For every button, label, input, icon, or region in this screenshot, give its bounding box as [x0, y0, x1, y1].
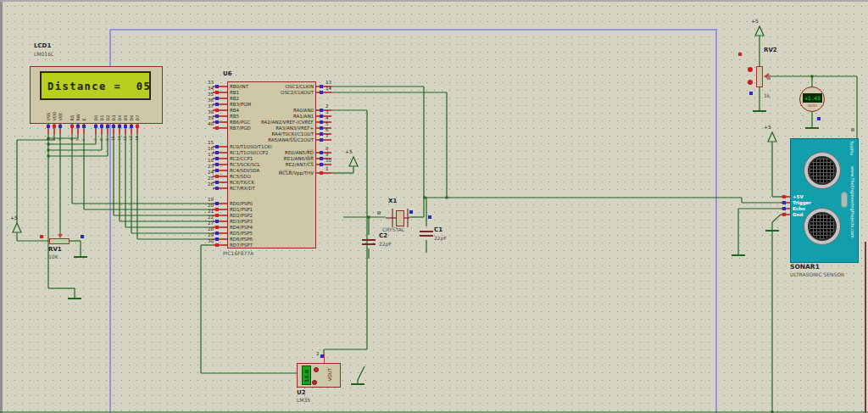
pot-wiper-icons: [58, 73, 769, 238]
mcu-left-pin-state: [215, 187, 219, 190]
mcu-left-pin-number: 16: [197, 146, 214, 151]
cap2-plate-top[interactable]: [362, 239, 376, 241]
mcu-ref-label: U6: [223, 70, 232, 77]
lcd-pin-number: 1: [46, 129, 51, 141]
mcu-right-pin-state: [320, 114, 323, 118]
mcu-left-pin-name: RC6/TX/CK: [230, 180, 310, 185]
lcd-pin-number: 9: [105, 129, 110, 141]
mcu-left-pin-name: RD6/PSP6: [230, 237, 310, 242]
cap1-plate-bottom[interactable]: [420, 235, 433, 237]
mcu-left-pin-state: [215, 109, 219, 112]
mcu-right-pin-stub: [316, 139, 331, 140]
mcu-right-pin-state: [320, 120, 323, 124]
mcu-left-pin-number: 38: [197, 109, 214, 114]
lcd-pin-state: [70, 125, 74, 128]
cap2-plate-bottom[interactable]: [362, 243, 376, 245]
mcu-left-pin-name: RD7/PSP7: [230, 243, 310, 248]
lcd-pin-name: VSS: [46, 103, 52, 121]
junction-dots: [47, 75, 814, 413]
mcu-right-pin-number: 6: [326, 127, 342, 132]
probe-dot[interactable]: [748, 80, 753, 85]
mcu-right-pin-state: [320, 109, 323, 112]
mcu-left-pin-name: RD3/PSP3: [230, 219, 310, 224]
mcu-right-pin-number: 9: [326, 152, 342, 157]
lcd-pin-number: 5: [75, 129, 81, 141]
temp-up-button[interactable]: [314, 367, 319, 372]
pot2-body[interactable]: [756, 66, 763, 87]
voltmeter-minus-label: -: [802, 112, 804, 119]
pot1-ref-label: RV1: [48, 246, 62, 253]
mcu-left-pin-name: RD1/PSP1: [230, 207, 310, 212]
state-marker: [738, 53, 742, 56]
mcu-left-pin-state: [215, 145, 219, 148]
mcu-left-pin-name: RD5/PSP5: [230, 231, 310, 236]
probe-dot[interactable]: [748, 67, 753, 72]
cap1-plate-top[interactable]: [420, 231, 433, 232]
sonar-pin-name: Echo: [793, 206, 831, 211]
lcd-pin-number: 7: [93, 129, 98, 141]
mcu-left-pin-state: [215, 126, 219, 130]
lcd-pin-number: 12: [123, 129, 128, 141]
sonar-pin-state: [782, 213, 786, 216]
lcd-pin-state: [118, 125, 121, 128]
mcu-left-pin-number: 17: [197, 152, 214, 157]
lcd-pin-name: D5: [123, 103, 129, 121]
mcu-right-pin-number: 1: [326, 166, 342, 171]
cap2-value-label: 22pF: [379, 241, 392, 247]
mcu-right-pin-number: 7: [326, 133, 342, 138]
pot2-ref-label: RV2: [764, 47, 777, 53]
lcd-pin-number: 13: [129, 129, 134, 141]
lcd-pin-state: [82, 125, 86, 128]
mcu-right-pin-state: [320, 138, 323, 142]
sonar-pin-name: Gnd: [793, 212, 831, 217]
wiring-layer[interactable]: [0, 0, 868, 413]
mcu-left-pin-name: RD2/PSP2: [230, 213, 310, 218]
mcu-part-label: PIC16F877A: [223, 250, 253, 256]
mcu-left-pin-number: 39: [197, 115, 214, 120]
mcu-left-pin-number: 37: [197, 103, 214, 109]
mcu-right-pin-name: RE0/AN5/R̅D̅: [233, 150, 314, 155]
state-marker: [767, 76, 771, 80]
state-marker: [428, 215, 431, 219]
mcu-left-pin-number: 36: [197, 98, 214, 103]
temp-sensor-display-value: 15.0: [303, 366, 309, 385]
pot1-body[interactable]: [49, 238, 70, 244]
crystal-value-label: CRYSTAL: [382, 226, 404, 232]
mcu-left-pin-state: [215, 97, 219, 100]
lcd-pin-name: VEE: [58, 103, 64, 121]
mcu-left-pin-state: [215, 232, 219, 235]
mcu-left-pin-number: 40: [197, 121, 214, 126]
cap2-ref-label: C2: [379, 232, 387, 239]
lcd-pin-name: D4: [117, 103, 123, 121]
mcu-right-pin-number: 5: [326, 121, 342, 126]
lcd-pin-name: D7: [135, 103, 141, 121]
sonar-crystal-pill: [841, 192, 848, 208]
mcu-left-pin-number: 30: [197, 238, 214, 243]
temp-sensor-pin-state: [320, 354, 324, 358]
mcu-right-pin-name: OSC2/CLKOUT: [233, 90, 314, 95]
lcd-pin-number: 6: [81, 129, 86, 141]
pot1-value-label: 10K: [48, 254, 58, 260]
lcd-pin-name: D3: [111, 103, 117, 121]
temp-down-button[interactable]: [312, 380, 317, 385]
crystal-body[interactable]: [396, 210, 404, 226]
mcu-left-pin-number: 20: [197, 203, 214, 208]
lcd-pin-state: [124, 125, 127, 128]
mcu-right-pin-state: [320, 85, 323, 88]
mcu-left-pin-state: [215, 175, 219, 178]
sonar-brand-label: www.TheEngineeringProjects.com: [850, 166, 855, 238]
mcu-right-pin-name: OSC1/CLKIN: [233, 84, 314, 89]
schematic-canvas[interactable]: LCD1 LM016L Distance = 05 U6 PIC16F877A …: [0, 0, 868, 413]
state-marker: [817, 117, 821, 120]
mcu-left-pin-number: 25: [197, 176, 214, 181]
lcd-pin-number: 10: [111, 129, 116, 141]
mcu-left-pin-state: [215, 169, 219, 172]
mcu-right-pin-name: RA5/AN4/S̅S̅/C2OUT: [233, 137, 314, 142]
lcd-pin-name: VDD: [52, 103, 58, 121]
lcd-pin-state: [53, 125, 56, 128]
lcd-pin-number: 14: [135, 129, 140, 141]
state-marker: [409, 210, 413, 214]
mcu-right-pin-stub: [316, 92, 331, 92]
mcu-left-pin-number: 18: [197, 158, 214, 163]
lcd-pin-state: [106, 125, 109, 128]
